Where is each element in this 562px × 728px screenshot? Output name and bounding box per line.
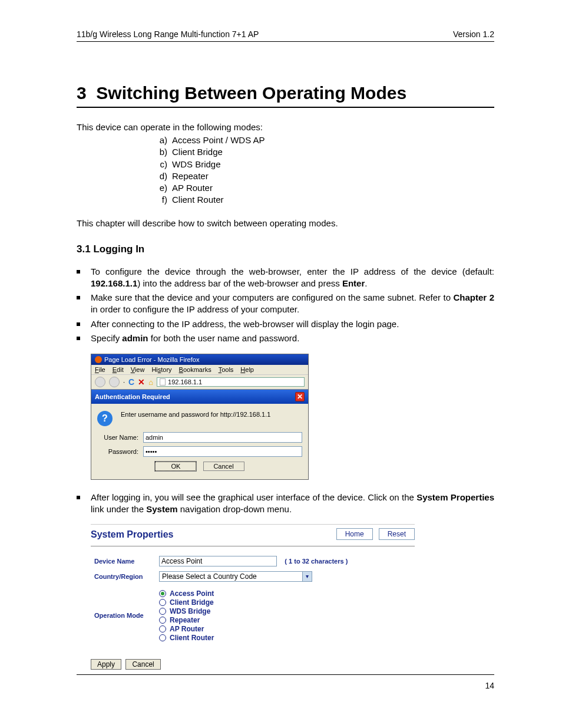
list-item: After logging in, you will see the graph… — [91, 492, 494, 516]
ok-button[interactable]: OK — [155, 462, 196, 471]
radio-icon — [159, 590, 166, 597]
firefox-menubar: File Edit View History Bookmarks Tools H… — [91, 365, 308, 374]
screenshot-firefox: Page Load Error - Mozilla Firefox File E… — [91, 354, 309, 480]
forward-button[interactable] — [109, 377, 120, 387]
home-icon[interactable]: ⌂ — [148, 378, 153, 387]
firefox-toolbar: · C ✕ ⌂ 192.168.1.1 — [91, 374, 308, 389]
mode-list: a)Access Point / WDS AP b)Client Bridge … — [153, 134, 494, 206]
sys-title: System Properties — [91, 529, 174, 540]
reload-icon[interactable]: C — [128, 377, 134, 387]
radio-wds-bridge[interactable]: WDS Bridge — [159, 607, 411, 615]
radio-icon — [159, 608, 166, 615]
list-item: Specify admin for both the user name and… — [91, 332, 494, 344]
menu-edit[interactable]: Edit — [113, 366, 124, 373]
bullet-icon — [77, 270, 80, 274]
header-right: Version 1.2 — [453, 29, 494, 39]
bullet-icon — [77, 337, 80, 340]
intro-text: This device can operate in the following… — [77, 122, 494, 132]
auth-dialog-body: ? Enter username and password for http:/… — [91, 404, 308, 479]
menu-tools[interactable]: Tools — [219, 366, 234, 373]
device-name-label: Device Name — [91, 554, 156, 569]
home-link[interactable]: Home — [336, 528, 373, 540]
bullet-icon — [77, 496, 80, 499]
list-item: After connecting to the IP address, the … — [91, 318, 494, 330]
close-icon[interactable]: ✕ — [295, 392, 305, 401]
char-note: ( 1 to 32 characters ) — [285, 558, 348, 565]
bullet-icon — [77, 296, 80, 299]
firefox-icon — [95, 356, 102, 363]
page-number: 14 — [485, 681, 494, 690]
firefox-titlebar: Page Load Error - Mozilla Firefox — [91, 354, 308, 365]
menu-history[interactable]: History — [151, 366, 171, 373]
chapter-desc: This chapter will describe how to switch… — [77, 218, 494, 228]
list-item: To configure the device through the web-… — [91, 266, 494, 290]
password-label: Password: — [97, 448, 138, 455]
page-header: 11b/g Wireless Long Range Multi-function… — [77, 29, 494, 42]
username-label: User Name: — [97, 434, 138, 441]
bullet-icon — [77, 322, 80, 326]
url-input[interactable]: 192.168.1.1 — [157, 377, 305, 387]
page-icon — [160, 378, 166, 386]
menu-file[interactable]: File — [95, 366, 105, 373]
menu-help[interactable]: Help — [240, 366, 254, 373]
menu-view[interactable]: View — [131, 366, 145, 373]
country-label: Country/Region — [91, 569, 156, 584]
operation-mode-label: Operation Mode — [91, 584, 156, 647]
section-title: 3.1 Logging In — [77, 243, 494, 255]
country-select[interactable]: Please Select a Country Code ▾ — [159, 571, 312, 582]
chapter-title: 3 Switching Between Operating Modes — [77, 83, 494, 108]
bullet-list-1: To configure the device through the web-… — [77, 266, 494, 345]
radio-repeater[interactable]: Repeater — [159, 616, 411, 624]
radio-icon — [159, 599, 166, 606]
reset-link[interactable]: Reset — [379, 528, 415, 540]
footer-rule — [77, 674, 494, 675]
question-icon: ? — [97, 411, 113, 426]
apply-button[interactable]: Apply — [91, 659, 121, 670]
back-button[interactable] — [95, 377, 105, 387]
radio-access-point[interactable]: Access Point — [159, 589, 411, 598]
list-item: Make sure that the device and your compu… — [91, 292, 494, 316]
cancel-button[interactable]: Cancel — [125, 659, 160, 670]
password-input[interactable] — [143, 446, 302, 457]
operation-mode-group: Access Point Client Bridge WDS Bridge Re… — [159, 587, 411, 645]
radio-client-bridge[interactable]: Client Bridge — [159, 598, 411, 607]
radio-ap-router[interactable]: AP Router — [159, 625, 411, 633]
radio-icon — [159, 617, 166, 624]
screenshot-system-properties: System Properties Home Reset Device Name… — [91, 524, 415, 675]
chevron-down-icon: ▾ — [302, 572, 312, 581]
menu-bookmarks[interactable]: Bookmarks — [179, 366, 211, 373]
radio-client-router[interactable]: Client Router — [159, 634, 411, 642]
radio-icon — [159, 625, 166, 633]
auth-message: Enter username and password for http://1… — [121, 411, 270, 418]
username-input[interactable] — [143, 432, 302, 443]
cancel-button[interactable]: Cancel — [203, 462, 244, 471]
header-left: 11b/g Wireless Long Range Multi-function… — [77, 29, 259, 39]
bullet-list-2: After logging in, you will see the graph… — [77, 492, 494, 516]
auth-dialog-titlebar: Authentication Required ✕ — [91, 389, 308, 404]
radio-icon — [159, 634, 166, 641]
stop-icon[interactable]: ✕ — [138, 377, 145, 387]
device-name-input[interactable] — [159, 556, 277, 566]
